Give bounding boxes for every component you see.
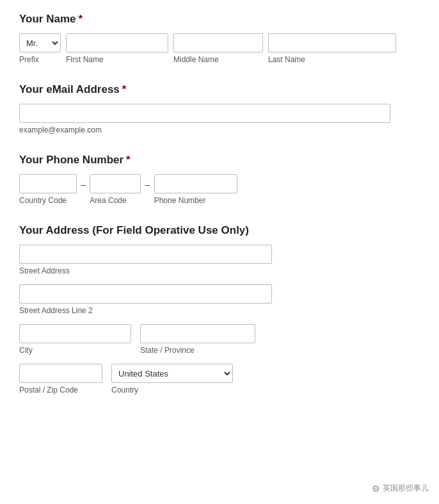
name-title-text: Your Name xyxy=(19,13,76,25)
street-address-2-input[interactable] xyxy=(19,284,272,304)
email-section: Your eMail Address* example@example.com xyxy=(19,83,420,134)
country-label: Country xyxy=(111,386,233,394)
watermark-icon: ⚙ xyxy=(372,484,380,494)
phone-separator-1: – xyxy=(81,179,86,201)
postal-country-row: Postal / Zip Code United States United K… xyxy=(19,364,420,394)
name-required-star: * xyxy=(79,13,83,25)
middle-name-input[interactable] xyxy=(173,33,263,53)
country-code-input[interactable] xyxy=(19,174,77,193)
city-field: City xyxy=(19,324,131,355)
postal-input[interactable] xyxy=(19,364,102,383)
name-title: Your Name* xyxy=(19,13,420,26)
first-name-field: First Name xyxy=(66,33,168,64)
postal-label: Postal / Zip Code xyxy=(19,386,102,394)
email-title-text: Your eMail Address xyxy=(19,83,120,95)
email-title: Your eMail Address* xyxy=(19,83,420,96)
prefix-label: Prefix xyxy=(19,55,61,64)
email-hint: example@example.com xyxy=(19,126,420,134)
city-input[interactable] xyxy=(19,324,131,343)
phone-title: Your Phone Number* xyxy=(19,154,420,167)
street-address-input[interactable] xyxy=(19,245,272,264)
last-name-label: Last Name xyxy=(268,55,396,64)
area-code-label: Area Code xyxy=(90,196,141,205)
email-input[interactable] xyxy=(19,104,390,123)
address-title: Your Address (For Field Operative Use On… xyxy=(19,224,420,237)
phone-title-text: Your Phone Number xyxy=(19,154,124,166)
watermark: ⚙ 英国那些事儿 xyxy=(372,483,429,494)
name-section: Your Name* Mr. Mrs. Ms. Dr. Prof. Prefix… xyxy=(19,13,420,64)
last-name-field: Last Name xyxy=(268,33,396,64)
phone-required-star: * xyxy=(126,154,131,166)
phone-number-field: Phone Number xyxy=(154,174,237,205)
area-code-field: Area Code xyxy=(90,174,141,205)
name-row: Mr. Mrs. Ms. Dr. Prof. Prefix First Name… xyxy=(19,33,420,64)
country-code-field: Country Code xyxy=(19,174,77,205)
prefix-field: Mr. Mrs. Ms. Dr. Prof. Prefix xyxy=(19,33,61,64)
middle-name-label: Middle Name xyxy=(173,55,263,64)
phone-row: Country Code – Area Code – Phone Number xyxy=(19,174,420,205)
phone-number-input[interactable] xyxy=(154,174,237,193)
phone-separator-2: – xyxy=(145,179,150,201)
area-code-input[interactable] xyxy=(90,174,141,193)
first-name-input[interactable] xyxy=(66,33,168,53)
street-address-label: Street Address xyxy=(19,266,420,275)
city-state-row: City State / Province xyxy=(19,324,420,355)
street-address-row: Street Address xyxy=(19,245,420,275)
last-name-input[interactable] xyxy=(268,33,396,53)
phone-section: Your Phone Number* Country Code – Area C… xyxy=(19,154,420,205)
first-name-label: First Name xyxy=(66,55,168,64)
middle-name-field: Middle Name xyxy=(173,33,263,64)
state-input[interactable] xyxy=(140,324,255,343)
state-label: State / Province xyxy=(140,346,255,355)
address-section: Your Address (For Field Operative Use On… xyxy=(19,224,420,394)
state-field: State / Province xyxy=(140,324,255,355)
street-address-2-label: Street Address Line 2 xyxy=(19,306,420,315)
country-field: United States United Kingdom Canada Aust… xyxy=(111,364,233,394)
city-label: City xyxy=(19,346,131,355)
phone-number-label: Phone Number xyxy=(154,196,237,205)
postal-field: Postal / Zip Code xyxy=(19,364,102,394)
prefix-select[interactable]: Mr. Mrs. Ms. Dr. Prof. xyxy=(19,33,61,53)
country-code-label: Country Code xyxy=(19,196,77,205)
watermark-text: 英国那些事儿 xyxy=(383,483,429,494)
email-required-star: * xyxy=(122,83,127,95)
street-address-2-row: Street Address Line 2 xyxy=(19,284,420,315)
country-select[interactable]: United States United Kingdom Canada Aust… xyxy=(111,364,233,383)
